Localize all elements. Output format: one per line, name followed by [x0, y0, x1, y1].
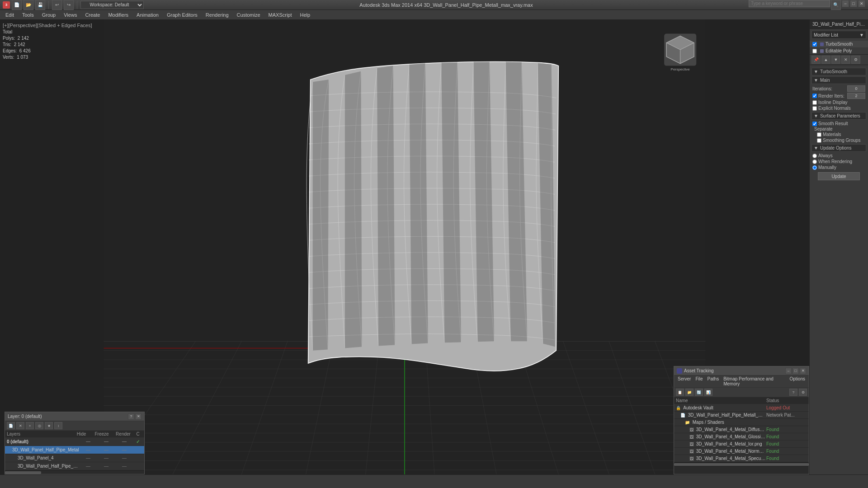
- asset-menu-server[interactable]: Server: [676, 376, 693, 386]
- asset-max-btn[interactable]: □: [793, 368, 799, 374]
- redo-btn[interactable]: ↪: [64, 0, 74, 10]
- layer-row-0[interactable]: 0 (default) — — — ✓: [5, 438, 144, 446]
- layers-controls: ? ✕: [128, 413, 142, 420]
- asset-menu-paths[interactable]: Paths: [706, 376, 721, 386]
- menu-help[interactable]: Help: [297, 10, 314, 19]
- asset-row-gloss[interactable]: 🖼 3D_Wall_Panel_4_Metal_Glossiness.png F…: [674, 433, 809, 441]
- layer-row-3[interactable]: 3D_Wall_Panel_Half_Pipe_Metal — — —: [5, 462, 144, 470]
- search-input[interactable]: [749, 0, 830, 7]
- layer-row-1[interactable]: 3D_Wall_Panel_Half_Pipe_Metal — — —: [5, 446, 144, 454]
- maximize-button[interactable]: □: [850, 0, 857, 7]
- asset-row-maps[interactable]: 📁 Maps / Shaders: [674, 419, 809, 426]
- asset-scrollbar[interactable]: [674, 462, 809, 466]
- save-btn[interactable]: 💾: [35, 0, 45, 10]
- menu-edit[interactable]: Edit: [2, 10, 18, 19]
- asset-row-vault[interactable]: 🔒 Autodesk Vault Logged Out: [674, 404, 809, 412]
- asset-row-specular[interactable]: 🖼 3D_Wall_Panel_4_Metal_Specular.png Fou…: [674, 455, 809, 462]
- iterations-input[interactable]: [847, 85, 865, 92]
- workspace-dropdown[interactable]: Workspace: Default: [80, 1, 144, 9]
- layers-scrollbar[interactable]: [5, 470, 144, 474]
- move-up-btn[interactable]: ▲: [821, 56, 830, 64]
- modifier-turbosmooth-check[interactable]: [812, 42, 817, 47]
- update-options-title[interactable]: ▼ Update Options: [811, 144, 866, 152]
- asset-row-normal[interactable]: 🖼 3D_Wall_Panel_4_Metal_Normal.png Found: [674, 448, 809, 455]
- menu-animation[interactable]: Animation: [133, 10, 162, 19]
- main-section-title[interactable]: ▼ Main: [811, 76, 866, 84]
- asset-scroll-thumb[interactable]: [674, 463, 809, 466]
- modifier-turbosmooth[interactable]: TurboSmooth: [810, 41, 868, 47]
- asset-row-diffuse[interactable]: 🖼 3D_Wall_Panel_4_Metal_Diffuse.png Foun…: [674, 426, 809, 433]
- isoline-check[interactable]: [812, 100, 817, 105]
- asset-tool-3[interactable]: 🔄: [695, 389, 703, 396]
- layers-add-btn[interactable]: +: [26, 422, 34, 429]
- when-rendering-label: When Rendering: [818, 159, 852, 164]
- layers-new-btn[interactable]: 📄: [7, 422, 15, 429]
- asset-row-maxfile[interactable]: 📄 3D_Wall_Panel_Half_Pipe_Metall_max_vra…: [674, 412, 809, 419]
- layers-scroll-thumb[interactable]: [5, 471, 41, 474]
- iterations-row: Iterations:: [812, 85, 865, 92]
- menu-graph-editors[interactable]: Graph Editors: [163, 10, 201, 19]
- menu-views[interactable]: Views: [60, 10, 80, 19]
- smooth-check[interactable]: [812, 122, 817, 126]
- explicit-check[interactable]: [812, 106, 817, 111]
- minimize-button[interactable]: –: [842, 0, 849, 7]
- delete-mod-btn[interactable]: ✕: [841, 56, 850, 64]
- menu-group[interactable]: Group: [38, 10, 60, 19]
- layers-move-btn[interactable]: ↕: [54, 422, 62, 429]
- pin-btn[interactable]: 📌: [811, 56, 821, 64]
- render-iters-input[interactable]: [847, 93, 865, 99]
- menu-modifiers[interactable]: Modifiers: [104, 10, 132, 19]
- asset-tool-settings[interactable]: ⚙: [799, 389, 807, 396]
- when-rendering-radio[interactable]: [812, 160, 817, 164]
- asset-menu-bitmap[interactable]: Bitmap Performance and Memory: [722, 376, 787, 386]
- close-button[interactable]: ✕: [858, 0, 865, 7]
- layers-close-btn[interactable]: ✕: [135, 413, 142, 420]
- update-button[interactable]: Update: [818, 172, 860, 180]
- menu-rendering[interactable]: Rendering: [202, 10, 232, 19]
- layer-row-2[interactable]: 3D_Wall_Panel_4 — — —: [5, 454, 144, 462]
- render-iters-check[interactable]: [812, 94, 817, 98]
- isoline-label: Isoline Display: [818, 100, 847, 105]
- asset-menu-file[interactable]: File: [693, 376, 704, 386]
- move-down-btn[interactable]: ▼: [831, 56, 840, 64]
- layers-delete-btn[interactable]: ✕: [16, 422, 24, 429]
- layer-3-name: 3D_Wall_Panel_Half_Pipe_Metal: [7, 464, 79, 469]
- open-btn[interactable]: 📂: [24, 0, 33, 10]
- search-icon-btn[interactable]: 🔍: [831, 0, 841, 10]
- configure-mod-btn[interactable]: ⚙: [851, 56, 860, 64]
- modifier-list-dropdown[interactable]: Modifier List ▼: [811, 31, 866, 39]
- menu-tools[interactable]: Tools: [19, 10, 38, 19]
- layer-0-c: ✓: [133, 439, 142, 444]
- modifier-turbosmooth-label: TurboSmooth: [826, 42, 853, 47]
- asset-tool-1[interactable]: 📋: [676, 389, 684, 396]
- modifier-list-arrow: ▼: [859, 33, 864, 38]
- always-radio[interactable]: [812, 154, 817, 158]
- asset-min-btn[interactable]: –: [785, 368, 792, 374]
- smoothing-check[interactable]: [817, 138, 821, 143]
- surface-params-title[interactable]: ▼ Surface Parameters: [811, 112, 866, 120]
- asset-close-btn[interactable]: ✕: [800, 368, 806, 374]
- modifier-editable-poly-check[interactable]: [812, 49, 817, 53]
- modifier-editable-poly[interactable]: Editable Poly: [810, 47, 868, 54]
- asset-title-text: Asset Tracking: [684, 368, 714, 373]
- asset-tool-help[interactable]: ?: [789, 389, 797, 396]
- asset-menubar: Server File Paths Bitmap Performance and…: [674, 375, 809, 388]
- turbosmooth-section-title[interactable]: ▼ TurboSmooth: [811, 68, 866, 75]
- menu-maxscript[interactable]: MAXScript: [265, 10, 296, 19]
- menu-customize[interactable]: Customize: [233, 10, 264, 19]
- layers-highlight-btn[interactable]: ★: [45, 422, 53, 429]
- undo-btn[interactable]: ↩: [52, 0, 62, 10]
- asset-row-ior[interactable]: 🖼 3D_Wall_Panel_4_Metal_Ior.png Found: [674, 441, 809, 448]
- asset-menu-options[interactable]: Options: [788, 376, 807, 386]
- menu-create[interactable]: Create: [81, 10, 104, 19]
- layers-select-btn[interactable]: ◎: [35, 422, 43, 429]
- edges-value: 6 426: [19, 48, 31, 53]
- layers-help-btn[interactable]: ?: [128, 413, 134, 420]
- asset-tool-4[interactable]: 📊: [704, 389, 712, 396]
- smoothing-label: Smoothing Groups: [823, 138, 860, 143]
- new-btn[interactable]: 📄: [12, 0, 22, 10]
- manually-radio[interactable]: [812, 165, 817, 170]
- asset-tool-2[interactable]: 📁: [685, 389, 693, 396]
- asset-diffuse-status: Found: [766, 427, 807, 432]
- materials-check[interactable]: [817, 132, 821, 137]
